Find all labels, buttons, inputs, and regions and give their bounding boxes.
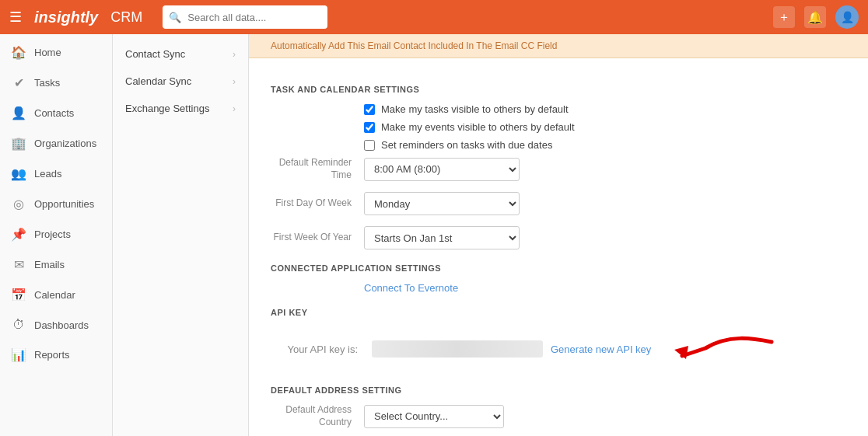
top-navigation: ☰ insightly CRM 🔍 ＋ 🔔 👤 bbox=[0, 0, 868, 34]
organizations-icon: 🏢 bbox=[11, 136, 26, 151]
add-button[interactable]: ＋ bbox=[773, 6, 795, 28]
generate-api-key-link[interactable]: Generate new API key bbox=[551, 344, 651, 355]
calendar-icon: 📅 bbox=[11, 288, 26, 302]
default-address-section-header: DEFAULT ADDRESS SETTING bbox=[271, 385, 846, 395]
connected-app-section-header: CONNECTED APPLICATION SETTINGS bbox=[271, 263, 846, 273]
sidebar-label-reports: Reports bbox=[34, 349, 70, 361]
sidebar-item-tasks[interactable]: ✔ Tasks bbox=[0, 68, 112, 98]
search-wrapper: 🔍 bbox=[163, 5, 458, 29]
api-key-value bbox=[372, 340, 543, 358]
connect-evernote-row: Connect To Evernote bbox=[271, 282, 846, 294]
emails-icon: ✉ bbox=[11, 257, 26, 272]
checkbox-reminders-row: Set reminders on tasks with due dates bbox=[364, 139, 846, 151]
app-logo: insightly bbox=[34, 9, 98, 26]
checkbox-reminders[interactable] bbox=[364, 140, 375, 151]
opportunities-icon: ◎ bbox=[11, 197, 26, 211]
main-layout: 🏠 Home ✔ Tasks 👤 Contacts 🏢 Organization… bbox=[0, 34, 868, 436]
reminder-time-select[interactable]: 8:00 AM (8:00) 7:00 AM (7:00) 9:00 AM (9… bbox=[364, 158, 520, 181]
sidebar-label-tasks: Tasks bbox=[34, 77, 60, 89]
subnav-contact-sync[interactable]: Contact Sync › bbox=[113, 40, 248, 68]
reminder-time-row: Default ReminderTime 8:00 AM (8:00) 7:00… bbox=[271, 157, 846, 181]
checkbox-events-visible-row: Make my events visible to others by defa… bbox=[364, 121, 846, 133]
subnav-label-exchange-settings: Exchange Settings bbox=[125, 103, 209, 114]
first-day-week-row: First Day Of Week Monday Sunday Saturday bbox=[271, 192, 846, 215]
sidebar-item-leads[interactable]: 👥 Leads bbox=[0, 159, 112, 189]
sidebar-label-projects: Projects bbox=[34, 228, 71, 240]
contacts-icon: 👤 bbox=[11, 106, 26, 120]
api-key-row: Your API key is: Generate new API key bbox=[271, 326, 846, 371]
scroll-hint-text: Automatically Add This Email Contact Inc… bbox=[271, 40, 557, 51]
sidebar-label-calendar: Calendar bbox=[34, 289, 75, 301]
first-day-week-select[interactable]: Monday Sunday Saturday bbox=[364, 192, 520, 215]
checkbox-tasks-visible-row: Make my tasks visible to others by defau… bbox=[364, 103, 846, 115]
task-calendar-section-header: TASK AND CALENDAR SETTINGS bbox=[271, 85, 846, 94]
sidebar-label-contacts: Contacts bbox=[34, 107, 74, 119]
tasks-icon: ✔ bbox=[11, 75, 26, 90]
search-icon: 🔍 bbox=[169, 12, 181, 23]
connect-evernote-link[interactable]: Connect To Evernote bbox=[364, 282, 458, 294]
sidebar: 🏠 Home ✔ Tasks 👤 Contacts 🏢 Organization… bbox=[0, 34, 113, 436]
first-week-year-row: First Week Of Year Starts On Jan 1st Fir… bbox=[271, 226, 846, 249]
sidebar-item-home[interactable]: 🏠 Home bbox=[0, 37, 112, 68]
top-nav-right: ＋ 🔔 👤 bbox=[773, 5, 859, 29]
reports-icon: 📊 bbox=[11, 347, 26, 362]
user-avatar[interactable]: 👤 bbox=[835, 5, 859, 29]
sidebar-item-organizations[interactable]: 🏢 Organizations bbox=[0, 128, 112, 159]
dashboards-icon: ⏱ bbox=[11, 318, 26, 332]
sidebar-item-reports[interactable]: 📊 Reports bbox=[0, 340, 112, 370]
sidebar-item-dashboards[interactable]: ⏱ Dashboards bbox=[0, 310, 112, 340]
red-arrow-svg bbox=[667, 326, 775, 369]
notifications-button[interactable]: 🔔 bbox=[804, 6, 826, 28]
default-address-country-label: Default Address Country bbox=[271, 404, 364, 428]
chevron-right-icon: › bbox=[233, 76, 236, 87]
crm-label: CRM bbox=[110, 9, 142, 26]
checkbox-tasks-visible[interactable] bbox=[364, 104, 375, 115]
subnav-exchange-settings[interactable]: Exchange Settings › bbox=[113, 95, 248, 122]
chevron-right-icon: › bbox=[233, 103, 236, 114]
red-arrow-annotation bbox=[667, 326, 775, 371]
sidebar-label-emails: Emails bbox=[34, 259, 65, 270]
first-day-week-label: First Day Of Week bbox=[271, 197, 364, 210]
sidebar-label-leads: Leads bbox=[34, 168, 61, 180]
subnav-label-calendar-sync: Calendar Sync bbox=[125, 75, 191, 87]
checkbox-tasks-visible-label: Make my tasks visible to others by defau… bbox=[381, 103, 569, 115]
chevron-right-icon: › bbox=[233, 49, 236, 60]
first-week-year-select[interactable]: Starts On Jan 1st First Full Week First … bbox=[364, 226, 520, 249]
sidebar-label-organizations: Organizations bbox=[34, 138, 96, 149]
checkbox-reminders-label: Set reminders on tasks with due dates bbox=[381, 139, 552, 151]
content-area: Automatically Add This Email Contact Inc… bbox=[249, 34, 868, 436]
sub-navigation: Contact Sync › Calendar Sync › Exchange … bbox=[113, 34, 249, 436]
default-address-row: Default Address Country Select Country..… bbox=[271, 404, 846, 428]
country-select[interactable]: Select Country... United States United K… bbox=[364, 405, 504, 428]
scroll-hint-banner: Automatically Add This Email Contact Inc… bbox=[249, 34, 868, 58]
sidebar-label-dashboards: Dashboards bbox=[34, 319, 89, 331]
api-key-section-header: API KEY bbox=[271, 308, 846, 317]
content-inner: TASK AND CALENDAR SETTINGS Make my tasks… bbox=[249, 58, 868, 436]
subnav-label-contact-sync: Contact Sync bbox=[125, 48, 185, 60]
checkbox-events-visible-label: Make my events visible to others by defa… bbox=[381, 121, 575, 133]
api-key-label: Your API key is: bbox=[271, 344, 364, 355]
sidebar-item-calendar[interactable]: 📅 Calendar bbox=[0, 280, 112, 310]
leads-icon: 👥 bbox=[11, 166, 26, 181]
sidebar-label-home: Home bbox=[34, 47, 61, 58]
sidebar-item-emails[interactable]: ✉ Emails bbox=[0, 249, 112, 280]
sidebar-item-projects[interactable]: 📌 Projects bbox=[0, 219, 112, 249]
sidebar-item-contacts[interactable]: 👤 Contacts bbox=[0, 98, 112, 128]
menu-icon[interactable]: ☰ bbox=[9, 9, 22, 26]
search-input[interactable] bbox=[163, 5, 327, 29]
sidebar-item-opportunities[interactable]: ◎ Opportunities bbox=[0, 189, 112, 219]
checkbox-events-visible[interactable] bbox=[364, 122, 375, 133]
subnav-calendar-sync[interactable]: Calendar Sync › bbox=[113, 68, 248, 95]
home-icon: 🏠 bbox=[11, 45, 26, 60]
reminder-time-label: Default ReminderTime bbox=[271, 157, 364, 181]
sidebar-label-opportunities: Opportunities bbox=[34, 198, 94, 210]
first-week-year-label: First Week Of Year bbox=[271, 232, 364, 244]
projects-icon: 📌 bbox=[11, 227, 26, 242]
